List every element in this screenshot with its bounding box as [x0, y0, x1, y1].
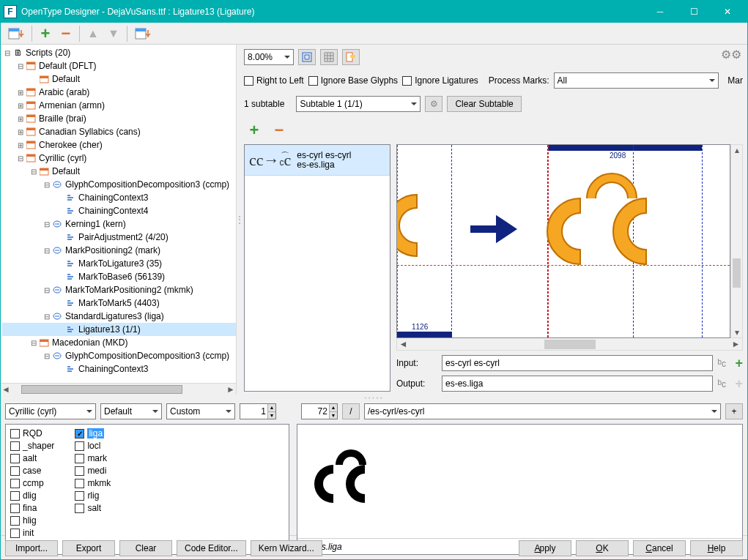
- tree-item[interactable]: ⊞Arabic (arab): [2, 86, 236, 99]
- tree-item[interactable]: ⊟Macedonian (MKD): [2, 336, 236, 349]
- preview-size-spin[interactable]: ▲▼: [301, 403, 338, 419]
- tree-item[interactable]: MarkToMark5 (4403): [2, 296, 236, 310]
- output-field[interactable]: es-es.liga: [442, 376, 713, 392]
- tree-item[interactable]: ⊞Braille (brai): [2, 112, 236, 125]
- tree-item[interactable]: Ligature13 (1/1): [2, 323, 236, 336]
- tree-item[interactable]: ⊟GlyphCompositionDecomposition3 (ccmp): [2, 349, 236, 362]
- clear-button[interactable]: Clear: [119, 540, 172, 556]
- import-button[interactable]: Import...: [5, 540, 58, 556]
- tree-root[interactable]: ⊟🗎Scripts (20): [2, 46, 236, 59]
- feature-medi[interactable]: medi: [75, 465, 111, 477]
- code-editor-button[interactable]: Code Editor...: [177, 540, 246, 556]
- ok-button[interactable]: OK: [576, 540, 629, 556]
- move-down-button[interactable]: ▼: [105, 25, 122, 42]
- tree-item[interactable]: ⊟Default: [2, 165, 236, 178]
- tree-item[interactable]: ⊟Default (DFLT): [2, 59, 236, 72]
- export-button[interactable]: Export: [62, 540, 115, 556]
- feature-mark[interactable]: mark: [75, 452, 111, 464]
- close-button[interactable]: ✕: [711, 1, 744, 23]
- minimize-button[interactable]: ─: [643, 1, 677, 23]
- tree-item[interactable]: ⊟MarkToMarkPositioning2 (mkmk): [2, 283, 236, 296]
- settings-gear-icon[interactable]: ⚙⚙: [721, 48, 741, 61]
- tree-item[interactable]: Default: [2, 72, 236, 86]
- input-glyph-icon: bc: [717, 358, 730, 369]
- tree-item[interactable]: ⊞Cherokee (cher): [2, 138, 236, 152]
- svg-rect-5: [26, 62, 35, 64]
- link-icon[interactable]: ⚙: [425, 96, 442, 112]
- process-marks-combo[interactable]: All: [554, 72, 719, 89]
- tree-item[interactable]: ⊞Armenian (armn): [2, 99, 236, 112]
- feature-selector[interactable]: RQD_shaperaaltcaseccmpdligfinahliginitke…: [5, 424, 289, 555]
- help-button[interactable]: Help: [690, 540, 743, 556]
- preview-index-spin[interactable]: ▲▼: [240, 403, 276, 419]
- fit-icon[interactable]: [298, 49, 316, 65]
- feature-RQD[interactable]: RQD: [10, 428, 54, 439]
- subtable-item-text: es-cyrl es-cyrl es-es.liga: [297, 151, 351, 170]
- apply-button[interactable]: Apply: [519, 540, 571, 556]
- tree-hscroll[interactable]: ◄►: [1, 383, 236, 395]
- cancel-button[interactable]: Cancel: [633, 540, 686, 556]
- tree-item[interactable]: ChainingContext3: [2, 191, 236, 204]
- ignore-liga-checkbox[interactable]: Ignore Ligatures: [402, 75, 478, 86]
- feature-aalt[interactable]: aalt: [10, 452, 54, 464]
- feature-mkmk[interactable]: mkmk: [75, 477, 111, 489]
- glyph-preview-wrap: 2098: [396, 144, 743, 392]
- svg-rect-13: [26, 115, 35, 117]
- preview-add-button[interactable]: +: [725, 403, 743, 419]
- grid-icon[interactable]: [320, 49, 338, 65]
- remove-button[interactable]: −: [57, 25, 75, 42]
- svg-rect-32: [350, 55, 355, 58]
- tree-item[interactable]: ChainingContext4: [2, 204, 236, 217]
- feature-init[interactable]: init: [10, 527, 54, 539]
- zoom-combo[interactable]: 8.00%: [244, 49, 294, 65]
- tree-item[interactable]: ⊟MarkPositioning2 (mark): [2, 244, 236, 257]
- feature-ccmp[interactable]: ccmp: [10, 477, 54, 489]
- feature-_shaper[interactable]: _shaper: [10, 440, 54, 452]
- ignore-base-checkbox[interactable]: Ignore Base Glyphs: [308, 75, 398, 86]
- subtable-add-button[interactable]: +: [245, 122, 263, 139]
- clear-subtable-button[interactable]: Clear Subtable: [447, 96, 521, 112]
- subtable-remove-button[interactable]: −: [270, 122, 288, 139]
- feature-rlig[interactable]: rlig: [75, 490, 111, 501]
- feature-locl[interactable]: locl: [75, 440, 111, 452]
- feature-hlig[interactable]: hlig: [10, 515, 54, 526]
- tree-item[interactable]: ⊟Kerning1 (kern): [2, 217, 236, 231]
- tree-item[interactable]: ⊟Cyrillic (cyrl): [2, 152, 236, 165]
- feature-salt[interactable]: salt: [75, 502, 111, 514]
- feature-fina[interactable]: fina: [10, 502, 54, 514]
- add-button[interactable]: +: [37, 25, 54, 42]
- preview-script-combo[interactable]: Cyrillic (cyrl): [5, 403, 96, 419]
- subtable-combo[interactable]: Subtable 1 (1/1): [296, 96, 421, 112]
- kern-wizard-button[interactable]: Kern Wizard...: [251, 540, 322, 556]
- move-up-button[interactable]: ▲: [84, 25, 102, 42]
- feature-dlig[interactable]: dlig: [10, 490, 54, 501]
- subtable-item[interactable]: cc→⌒cc es-cyrl es-cyrl es-es.liga: [245, 145, 390, 176]
- glyph-canvas[interactable]: 2098: [396, 144, 730, 338]
- input-add-button[interactable]: +: [735, 356, 743, 371]
- edit-clean-icon[interactable]: [132, 25, 154, 42]
- feature-liga[interactable]: liga: [75, 428, 111, 439]
- tree-item[interactable]: ChainingContext3: [2, 362, 236, 376]
- preview-mode-combo[interactable]: Custom: [166, 403, 235, 419]
- tree-item[interactable]: PairAdjustment2 (4/20): [2, 231, 236, 244]
- maximize-button[interactable]: ☐: [677, 1, 711, 23]
- canvas-vscroll[interactable]: ▴ ▾: [730, 144, 743, 338]
- tree-item[interactable]: ⊟StandardLigatures3 (liga): [2, 310, 236, 323]
- tree-item[interactable]: ⊟GlyphCompositionDecomposition3 (ccmp): [2, 178, 236, 191]
- horizontal-splitter[interactable]: [1, 395, 747, 400]
- rtl-checkbox[interactable]: Right to Left: [244, 75, 304, 86]
- feature-case[interactable]: case: [10, 465, 54, 477]
- subtable-list[interactable]: cc→⌒cc es-cyrl es-cyrl es-es.liga: [244, 144, 390, 392]
- input-field[interactable]: es-cyrl es-cyrl: [442, 355, 713, 371]
- tree-item[interactable]: MarkToBase6 (56139): [2, 270, 236, 283]
- slash-button[interactable]: /: [342, 403, 360, 419]
- tree-item[interactable]: ⊞Canadian Syllabics (cans): [2, 125, 236, 138]
- preview-path-combo[interactable]: /es-cyrl/es-cyrl: [364, 403, 721, 419]
- script-tree[interactable]: ⊟🗎Scripts (20)⊟Default (DFLT)Default⊞Ara…: [1, 45, 236, 376]
- preview-lang-combo[interactable]: Default: [100, 403, 162, 419]
- highlight-icon[interactable]: [342, 49, 360, 65]
- canvas-hscroll[interactable]: ◄►: [396, 338, 743, 351]
- tree-item[interactable]: MarkToLigature3 (35): [2, 257, 236, 270]
- new-clean-icon[interactable]: [5, 25, 27, 42]
- vertical-splitter[interactable]: [237, 45, 242, 395]
